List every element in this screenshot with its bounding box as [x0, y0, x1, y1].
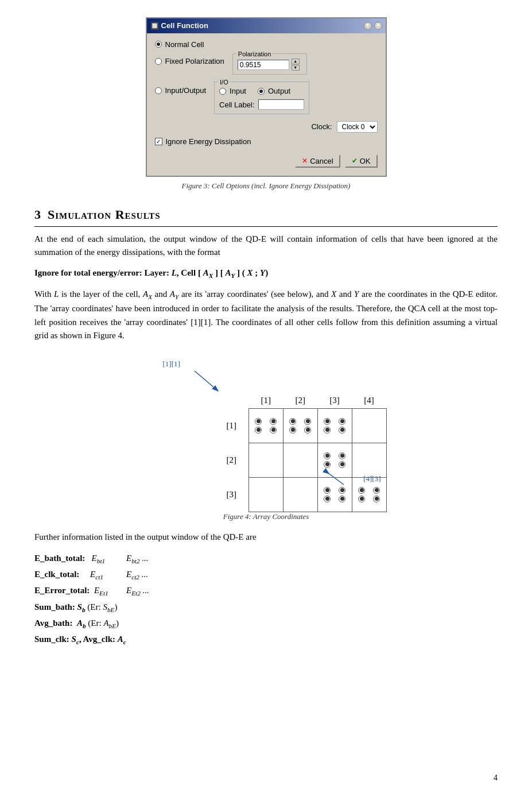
cell-3-3 [317, 477, 352, 512]
output-label: Output [268, 86, 290, 97]
cell-3-1 [317, 408, 352, 443]
sumbath-text: Sum_bath: Sb (Er: SbE) [34, 599, 117, 616]
qca-dots-1-1 [249, 415, 283, 436]
output-row-eerror: E_Error_total: EEt1 EEt2 ... [34, 583, 498, 599]
titlebar-close-btn[interactable]: ✕ [374, 22, 382, 30]
output-radio-row: Output [258, 86, 290, 97]
dot-3 [358, 496, 365, 502]
ebath-key: E_bath_total: Ebt1 [34, 551, 126, 567]
cell-label-text: Cell Label: [219, 99, 254, 111]
cancel-button[interactable]: ✕ Cancel [295, 154, 340, 168]
normal-cell-radio[interactable] [155, 41, 162, 48]
grid-row-2: [2] [215, 443, 387, 477]
ignore-energy-checkbox[interactable]: ✓ [155, 138, 162, 145]
output-radio[interactable] [258, 88, 265, 95]
clock-row: Clock: Clock 0 Clock 1 Clock 2 Clock 3 [155, 121, 378, 133]
row-header-1: [1] [215, 408, 249, 443]
dot-4 [270, 427, 277, 434]
qca-dots-4-3 [352, 484, 386, 505]
normal-cell-row: Normal Cell [155, 39, 378, 51]
col-header-2: [2] [283, 393, 317, 408]
dialog-icon: 🔲 [150, 21, 159, 31]
grid-row-1: [1] [215, 408, 387, 443]
avgbath-text: Avg_bath: Ab (Er: AbE) [34, 616, 119, 632]
dot-2 [304, 418, 311, 425]
dot-2 [339, 487, 345, 494]
ok-button[interactable]: ✔ OK [345, 154, 378, 168]
qca-dots-3-1 [318, 415, 352, 436]
fixed-pol-label: Fixed Polarization [165, 56, 224, 67]
eerror-key: E_Error_total: EEt1 [34, 583, 126, 599]
dialog-titlebar: 🔲 Cell Function ▾ ✕ [147, 18, 386, 33]
eerror-val: EEt2 ... [126, 583, 149, 599]
input-output-label: Input/Output [165, 85, 207, 96]
dot-2 [373, 487, 380, 494]
input-radio[interactable] [219, 88, 226, 95]
io-radio-row: Input Output [219, 86, 304, 97]
cell-1-1 [248, 408, 283, 443]
dialog-body: Normal Cell Fixed Polarization Polarizat… [147, 33, 386, 176]
check-mark: ✓ [156, 137, 161, 146]
output-row-ebath: E_bath_total: Ebt1 Ebt2 ... [34, 551, 498, 567]
grid-table: [1] [2] [3] [4] [1] [215, 393, 387, 512]
section-number: 3 [34, 205, 41, 224]
eclk-key: E_clk_total: Ect1 [34, 567, 126, 583]
input-radio-row: Input [219, 86, 246, 97]
formula-line: Ignore for total energy/error: Layer: L,… [34, 266, 498, 281]
dot-2 [339, 418, 345, 425]
figure3-caption: Figure 3: Cell Options (incl. Ignore Ene… [182, 180, 351, 192]
cell-4-2 [352, 443, 386, 477]
coord-topleft-label: [1][1] [163, 358, 180, 370]
clock-select[interactable]: Clock 0 Clock 1 Clock 2 Clock 3 [337, 121, 378, 133]
cell-function-dialog: 🔲 Cell Function ▾ ✕ Normal Cell Fixed Po… [146, 17, 387, 177]
dot-3 [324, 427, 331, 434]
empty-header [215, 393, 249, 408]
dot-4 [339, 461, 345, 468]
polarization-input[interactable] [238, 60, 289, 70]
body-paragraph-2: With L is the layer of the cell, AX and … [34, 288, 498, 342]
dot-4 [304, 427, 311, 434]
cell-3-2 [317, 443, 352, 477]
dot-3 [324, 461, 331, 468]
cell-label-input[interactable] [258, 99, 304, 110]
further-info: Further information listed in the output… [34, 531, 498, 544]
svg-line-0 [195, 371, 218, 390]
figure4-container: [1][1] [4][3] [1] [34, 353, 498, 523]
cancel-icon: ✕ [302, 157, 308, 165]
body-paragraph-1: At the end of each simulation, the outpu… [34, 233, 498, 260]
col-header-4: [4] [352, 393, 386, 408]
polarization-group-label: Polarization [236, 49, 273, 59]
col-header-3: [3] [317, 393, 352, 408]
figure3-container: 🔲 Cell Function ▾ ✕ Normal Cell Fixed Po… [34, 17, 498, 191]
cell-2-1 [283, 408, 317, 443]
output-list: E_bath_total: Ebt1 Ebt2 ... E_clk_total:… [34, 551, 498, 648]
grid-row-3: [3] [215, 477, 387, 512]
sumclk-text: Sum_clk: Sc, Avg_clk: Ac [34, 632, 126, 648]
section3-heading: 3 Simulation Results [34, 205, 498, 227]
dot-2 [339, 452, 345, 459]
dot-3 [289, 427, 296, 434]
output-row-sumbath: Sum_bath: Sb (Er: SbE) [34, 599, 498, 616]
input-output-row: Input/Output [155, 85, 207, 96]
cell-label-row: Cell Label: [219, 99, 304, 111]
dot-1 [289, 418, 296, 425]
dot-3 [324, 496, 331, 502]
row-header-3: [3] [215, 477, 249, 512]
spin-down-btn[interactable]: ▼ [292, 65, 300, 71]
io-group: I/O Input Output [214, 82, 309, 114]
titlebar-icons[interactable]: ▾ ✕ [364, 22, 382, 30]
dialog-title: Cell Function [161, 20, 208, 32]
titlebar-collapse-btn[interactable]: ▾ [364, 22, 372, 30]
spin-up-btn[interactable]: ▲ [292, 59, 300, 64]
qca-dots-2-1 [284, 415, 317, 436]
input-output-radio[interactable] [155, 87, 162, 94]
titlebar-left: 🔲 Cell Function [150, 20, 208, 32]
ignore-energy-row: ✓ Ignore Energy Dissipation [155, 136, 378, 148]
fixed-pol-radio[interactable] [155, 58, 162, 65]
cell-2-2 [283, 443, 317, 477]
qca-dots-3-3 [318, 484, 352, 505]
dot-4 [373, 496, 380, 502]
dialog-buttons: ✕ Cancel ✔ OK [155, 152, 378, 170]
page-number: 4 [494, 772, 498, 784]
dot-1 [324, 452, 331, 459]
